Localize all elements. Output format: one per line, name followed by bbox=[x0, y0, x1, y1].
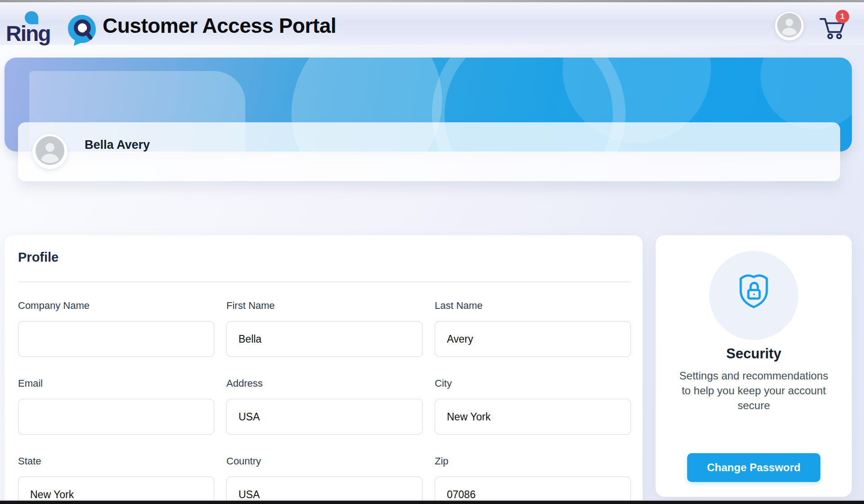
field-label: Address bbox=[226, 378, 423, 389]
email-input[interactable] bbox=[18, 399, 214, 435]
field-label: Zip bbox=[435, 455, 631, 467]
field-company-name: Company Name bbox=[18, 300, 214, 357]
app-header: Ring Customer Access Portal bbox=[0, 2, 864, 45]
header-user-avatar[interactable] bbox=[775, 12, 804, 40]
user-banner-card: Bella Avery bbox=[18, 122, 840, 181]
logo-i-dot-icon bbox=[25, 11, 38, 24]
field-country: Country bbox=[226, 455, 423, 504]
security-heading: Security bbox=[656, 346, 852, 362]
address-input[interactable] bbox=[226, 399, 423, 435]
field-label: Email bbox=[18, 378, 214, 389]
field-label: First Name bbox=[226, 300, 423, 312]
change-password-button[interactable]: Change Password bbox=[687, 453, 820, 482]
security-description: Settings and recommendations to help you… bbox=[675, 368, 832, 413]
user-avatar-icon bbox=[777, 13, 801, 39]
company-name-input[interactable] bbox=[18, 321, 214, 357]
field-first-name: First Name bbox=[226, 300, 423, 357]
shopping-cart-icon bbox=[819, 34, 845, 41]
divider bbox=[18, 281, 631, 282]
field-label: Country bbox=[226, 455, 423, 467]
field-label: State bbox=[18, 455, 214, 467]
field-address: Address bbox=[226, 378, 423, 435]
cart-button[interactable]: 1 bbox=[819, 16, 853, 44]
window-bottom-bar bbox=[0, 500, 864, 504]
shield-unlock-icon bbox=[734, 270, 773, 312]
first-name-input[interactable] bbox=[226, 321, 423, 357]
logo-ring-text: Ring bbox=[6, 23, 50, 45]
field-label: City bbox=[435, 378, 631, 389]
profile-form: Company Name First Name Last Name Email … bbox=[18, 300, 631, 504]
field-zip: Zip bbox=[435, 455, 631, 504]
page-title: Customer Access Portal bbox=[103, 15, 336, 36]
field-city: City bbox=[435, 378, 631, 435]
logo-q-bubble-icon bbox=[68, 14, 96, 48]
banner-decor-shape bbox=[760, 58, 852, 129]
last-name-input[interactable] bbox=[435, 321, 631, 357]
banner-user-name: Bella Avery bbox=[85, 138, 150, 152]
field-email: Email bbox=[18, 378, 214, 435]
profile-card: Profile Company Name First Name Last Nam… bbox=[4, 235, 643, 504]
security-card: Security Settings and recommendations to… bbox=[656, 235, 852, 497]
field-state: State bbox=[18, 455, 214, 504]
user-avatar-icon bbox=[36, 136, 64, 167]
customer-access-portal-page: Ring Customer Access Portal bbox=[0, 0, 864, 504]
field-label: Last Name bbox=[435, 300, 631, 312]
banner-avatar bbox=[32, 134, 68, 169]
cart-count-badge: 1 bbox=[836, 10, 849, 23]
ringq-logo: Ring bbox=[6, 2, 100, 45]
profile-heading: Profile bbox=[18, 250, 58, 264]
city-input[interactable] bbox=[435, 399, 631, 435]
field-last-name: Last Name bbox=[435, 300, 631, 357]
field-label: Company Name bbox=[18, 300, 214, 312]
